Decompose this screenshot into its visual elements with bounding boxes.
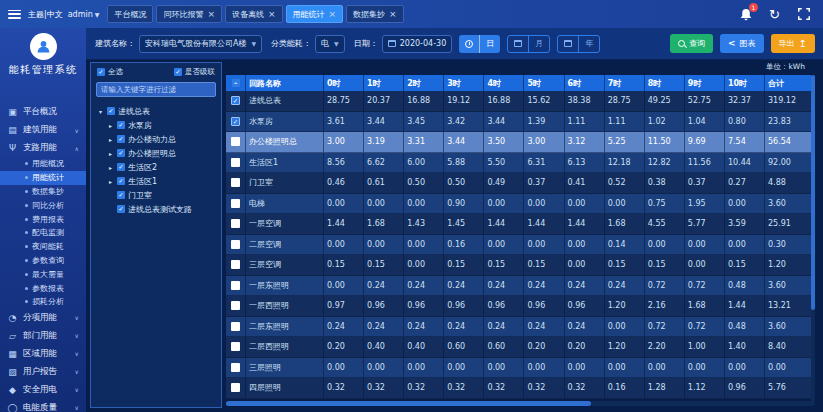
close-icon[interactable]: × — [389, 10, 397, 19]
table-row-四层照明[interactable]: 四层照明0.320.320.320.320.320.320.320.161.28… — [226, 378, 815, 399]
caret-collapsed-icon[interactable]: ▸ — [107, 136, 114, 143]
sidebar-subitem-同比分析[interactable]: 同比分析 — [0, 198, 86, 212]
close-icon[interactable]: × — [207, 10, 215, 19]
category-select[interactable]: 电 ▼ — [315, 35, 345, 53]
checkbox-unchecked[interactable] — [231, 322, 240, 331]
table-row-二层西照明[interactable]: 二层西照明0.200.400.400.600.600.200.201.202.2… — [226, 337, 815, 358]
sidebar-item-部门用能[interactable]: ▱部门用能∨ — [0, 327, 86, 345]
date-input[interactable]: 2020-04-30 — [382, 35, 453, 53]
tree-node-水泵房[interactable]: ▸✓水泵房 — [91, 118, 221, 132]
checkbox-checked[interactable]: ✓ — [107, 107, 115, 115]
checkbox-unchecked[interactable] — [231, 199, 240, 208]
table-row-一层东照明[interactable]: 一层东照明0.000.240.240.240.240.240.240.240.7… — [226, 276, 815, 297]
checkbox-unchecked[interactable] — [231, 301, 240, 310]
sidebar-item-用户报告[interactable]: ▨用户报告∨ — [0, 363, 86, 381]
horizontal-scrollbar[interactable] — [226, 401, 815, 406]
tree-node-办公楼动力总[interactable]: ▸✓办公楼动力总 — [91, 132, 221, 146]
caret-collapsed-icon[interactable]: ▸ — [107, 178, 114, 185]
refresh-icon[interactable]: ↻ — [767, 7, 782, 22]
tab-1[interactable]: 平台概况 — [107, 5, 153, 23]
checkbox-checked[interactable]: ✓ — [117, 163, 125, 171]
building-select[interactable]: 安科瑞电气股份有限公司A楼 ▼ — [139, 35, 262, 53]
table-row-二层东照明[interactable]: 二层东照明0.240.240.240.240.240.240.240.000.7… — [226, 317, 815, 338]
tree-node-进线总表测试支路[interactable]: ✓进线总表测试支路 — [91, 202, 221, 216]
table-row-生活区1[interactable]: 生活区18.566.626.005.885.506.316.1312.1812.… — [226, 153, 815, 174]
checkbox-checked[interactable]: ✓ — [117, 177, 125, 185]
sidebar-subitem-损耗分析[interactable]: 损耗分析 — [0, 295, 86, 309]
tab-2[interactable]: 同环比报警× — [156, 5, 222, 23]
chart-button[interactable]: < 图表 — [720, 34, 764, 53]
table-row-电梯[interactable]: 电梯0.000.000.000.900.000.000.000.000.751.… — [226, 194, 815, 215]
table-row-水泵房[interactable]: ✓水泵房3.613.443.453.423.441.391.111.111.02… — [226, 112, 815, 133]
sidebar-subitem-费用报表[interactable]: 费用报表 — [0, 212, 86, 226]
caret-collapsed-icon[interactable]: ▸ — [107, 164, 114, 171]
table-row-办公楼照明总[interactable]: 办公楼照明总3.003.193.313.443.503.003.125.2511… — [226, 132, 815, 153]
sidebar-subitem-参数查询[interactable]: 参数查询 — [0, 254, 86, 268]
close-icon[interactable]: × — [329, 10, 337, 19]
tree-node-门卫室[interactable]: ✓门卫室 — [91, 188, 221, 202]
scrollbar-thumb[interactable] — [226, 401, 591, 406]
notification-bell-icon[interactable]: 1 — [738, 7, 753, 22]
checkbox-indeterminate[interactable]: – — [232, 79, 240, 87]
table-row-一层空调[interactable]: 一层空调1.441.681.431.451.441.441.441.684.55… — [226, 214, 815, 235]
checkbox-unchecked[interactable] — [231, 342, 240, 351]
sidebar-subitem-用能统计[interactable]: 用能统计 — [0, 171, 86, 185]
query-button[interactable]: 查询 — [670, 34, 713, 53]
tab-5[interactable]: 数据集抄× — [346, 5, 404, 23]
checkbox-checked[interactable]: ✓ — [231, 117, 240, 126]
checkbox-checked[interactable]: ✓ — [117, 135, 125, 143]
hamburger-menu-icon[interactable] — [8, 10, 21, 19]
tree-node-办公楼照明总[interactable]: ▸✓办公楼照明总 — [91, 146, 221, 160]
brand-language-switch[interactable]: 主题|中文 — [28, 9, 63, 20]
sidebar-item-电能质量[interactable]: ◯电能质量∨ — [0, 399, 86, 412]
close-icon[interactable]: × — [268, 10, 276, 19]
checkbox-unchecked[interactable] — [231, 137, 240, 146]
tree-node-生活区1[interactable]: ▸✓生活区1 — [91, 174, 221, 188]
checkbox-unchecked[interactable] — [231, 158, 240, 167]
cascade-checkbox[interactable]: ✓ 是否级联 — [174, 67, 215, 77]
sidebar-item-平台概况[interactable]: ▣平台概况 — [0, 103, 86, 121]
checkbox-unchecked[interactable] — [231, 383, 240, 392]
checkbox-unchecked[interactable] — [231, 363, 240, 372]
granularity-month-button[interactable]: 月 — [507, 35, 550, 53]
vertical-scrollbar[interactable] — [811, 75, 815, 401]
sidebar-subitem-用能概况[interactable]: 用能概况 — [0, 157, 86, 171]
tree-node-生活区2[interactable]: ▸✓生活区2 — [91, 160, 221, 174]
checkbox-unchecked[interactable] — [231, 240, 240, 249]
tab-4[interactable]: 用能统计× — [286, 5, 344, 23]
checkbox-checked[interactable]: ✓ — [117, 149, 125, 157]
sidebar-item-区域用能[interactable]: ▦区域用能∨ — [0, 345, 86, 363]
table-row-门卫室[interactable]: 门卫室0.460.610.500.500.490.370.410.520.380… — [226, 173, 815, 194]
sidebar-item-分项用能[interactable]: ◔分项用能∨ — [0, 309, 86, 327]
table-row-进线总表[interactable]: ✓进线总表28.7520.3716.8819.1216.8815.6238.38… — [226, 91, 815, 112]
sidebar-item-建筑用能[interactable]: ▤建筑用能∨ — [0, 121, 86, 139]
tab-3[interactable]: 设备离线× — [225, 5, 283, 23]
checkbox-unchecked[interactable] — [231, 260, 240, 269]
sidebar-subitem-夜间能耗[interactable]: 夜间能耗 — [0, 240, 86, 254]
sidebar-item-支路用能[interactable]: Ψ支路用能∧ — [0, 139, 86, 157]
checkbox-checked[interactable]: ✓ — [231, 96, 240, 105]
sidebar-subitem-配电监测[interactable]: 配电监测 — [0, 226, 86, 240]
checkbox-checked[interactable]: ✓ — [117, 121, 125, 129]
tree-node-进线总表[interactable]: ▾✓进线总表 — [91, 104, 221, 118]
checkbox-unchecked[interactable] — [231, 178, 240, 187]
export-button[interactable]: 导出 ↥ — [771, 34, 815, 53]
sidebar-subitem-最大需量[interactable]: 最大需量 — [0, 267, 86, 281]
sidebar-subitem-数据集抄[interactable]: 数据集抄 — [0, 185, 86, 199]
table-row-三层照明[interactable]: 三层照明0.000.000.000.000.000.000.000.000.00… — [226, 358, 815, 379]
table-row-三层空调[interactable]: 三层空调0.150.150.000.150.150.150.000.150.15… — [226, 255, 815, 276]
caret-expanded-icon[interactable]: ▾ — [97, 108, 104, 115]
table-row-二层空调[interactable]: 二层空调0.000.000.000.160.000.000.000.140.00… — [226, 235, 815, 256]
select-all-checkbox[interactable]: ✓ 全选 — [97, 67, 123, 77]
checkbox-unchecked[interactable] — [231, 219, 240, 228]
table-row-一层西照明[interactable]: 一层西照明0.970.960.960.960.960.960.961.202.1… — [226, 296, 815, 317]
granularity-year-button[interactable]: 年 — [557, 35, 600, 53]
caret-collapsed-icon[interactable]: ▸ — [107, 150, 114, 157]
sidebar-subitem-参数报表[interactable]: 参数报表 — [0, 281, 86, 295]
tree-search-input[interactable] — [96, 82, 216, 97]
granularity-day-button[interactable]: 日 — [459, 35, 500, 53]
fullscreen-icon[interactable] — [796, 7, 811, 22]
scrollbar-thumb[interactable] — [811, 75, 815, 310]
checkbox-checked[interactable]: ✓ — [117, 205, 125, 213]
checkbox-unchecked[interactable] — [231, 281, 240, 290]
